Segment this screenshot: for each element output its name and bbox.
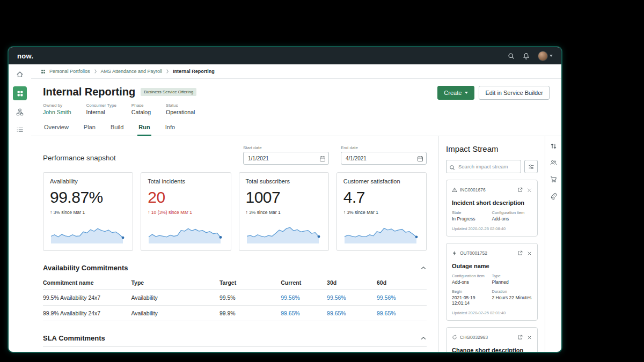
tab-plan[interactable]: Plan: [83, 121, 97, 136]
start-date-group: Start date: [243, 145, 329, 165]
field-configuration-item: Configuration item Add-ons: [492, 210, 532, 221]
collapse-chevron-up-icon[interactable]: [420, 335, 427, 342]
page-tabs: Overview Plan Build Run Info: [31, 121, 561, 136]
close-icon[interactable]: [527, 248, 532, 258]
end-date-label: End date: [341, 145, 427, 150]
nav-home-icon[interactable]: [13, 69, 27, 80]
card-updated: Updated 2020-02-25 02:01:40: [452, 311, 532, 315]
kpi-row: Availability 99.87% ↑ 3% since Mar 1 Tot…: [43, 172, 427, 251]
record-number[interactable]: OUT0001752: [460, 250, 487, 256]
tab-info[interactable]: Info: [164, 121, 176, 136]
contacts-icon[interactable]: [550, 159, 557, 166]
kpi-card-total-incidents: Total incidents 20 ↑ 10 (3%) since Mar 1: [141, 172, 231, 251]
calendar-icon[interactable]: [417, 154, 423, 164]
col-30d: 30d: [327, 276, 377, 290]
record-number[interactable]: CHG0032963: [460, 335, 488, 340]
kpi-delta: ↑ 3% since Mar 1: [343, 210, 420, 215]
breadcrumb-link-portfolios[interactable]: Personal Portfolios: [49, 69, 90, 74]
field-value: Planned: [492, 279, 532, 285]
calendar-icon[interactable]: [319, 154, 326, 164]
main-content: Performance snapshot Start date: [31, 136, 438, 352]
app-header: now.: [9, 47, 561, 64]
tab-build[interactable]: Build: [109, 121, 125, 136]
field-value: 2021-05-19 12:01:14: [452, 295, 492, 306]
card-title: Incident short description: [452, 200, 532, 206]
meta-value: Operational: [166, 109, 195, 115]
create-button[interactable]: Create: [437, 86, 474, 100]
end-date-input[interactable]: [341, 152, 427, 165]
collapse-chevron-up-icon[interactable]: [420, 265, 427, 271]
cell-current[interactable]: 99.56%: [281, 290, 327, 306]
cart-icon[interactable]: [550, 176, 557, 183]
field-begin: Begin 2021-05-19 12:01:14: [452, 289, 492, 306]
attachment-paperclip-icon[interactable]: [550, 193, 557, 200]
kpi-value: 4.7: [343, 188, 420, 206]
field-state: State In Progress: [452, 210, 492, 221]
breadcrumb-current: Internal Reporting: [173, 69, 215, 74]
breadcrumb-link-service[interactable]: AMS Attendance and Payroll: [101, 69, 163, 74]
cell-target: 99.5%: [219, 290, 281, 306]
nav-portfolio-grid-icon[interactable]: [13, 86, 27, 100]
kpi-card-customer-satisfaction: Customer satisfaction 4.7 ↑ 3% since Mar…: [336, 172, 427, 251]
tab-run[interactable]: Run: [137, 121, 151, 136]
card-updated: Updated 2020-02-25 02:08:40: [452, 226, 532, 231]
sla-commitments-section: SLA Commitments: [43, 334, 427, 346]
cell-60d[interactable]: 99.56%: [377, 290, 427, 306]
nav-hierarchy-icon[interactable]: [13, 106, 27, 118]
right-icon-rail: [545, 136, 561, 352]
cell-30d[interactable]: 99.65%: [327, 306, 377, 321]
filter-button[interactable]: [524, 160, 538, 173]
field-value: 2 Hours 22 Minutes: [492, 295, 532, 300]
impact-stream-title: Impact Stream: [446, 144, 538, 153]
availability-commitments-section: Availability Commitments Commitment name: [43, 264, 427, 321]
table-header-row: Commitment name Type Target Current 30d …: [43, 276, 427, 290]
meta-phase: Phase Catalog: [131, 103, 151, 115]
tab-overview[interactable]: Overview: [43, 121, 70, 136]
col-60d: 60d: [377, 276, 427, 290]
breadcrumb: Personal Portfolios AMS Attendance and P…: [31, 64, 561, 79]
field-value: Add-ons: [452, 279, 492, 285]
field-label: Configuration item: [452, 274, 492, 278]
cell-30d[interactable]: 99.56%: [327, 290, 377, 306]
edit-in-service-builder-button[interactable]: Edit in Service Builder: [479, 86, 550, 100]
cell-60d[interactable]: 99.65%: [377, 306, 427, 321]
meta-owned-by: Owned by John Smith: [43, 103, 71, 115]
kpi-delta: ↑ 3% since Mar 1: [246, 210, 322, 215]
owner-link[interactable]: John Smith: [43, 109, 71, 115]
nav-list-icon[interactable]: [13, 124, 27, 136]
performance-snapshot-title: Performance snapshot: [43, 154, 116, 165]
portfolio-icon: [41, 69, 46, 74]
close-icon[interactable]: [527, 333, 532, 342]
activity-swap-icon[interactable]: [550, 143, 557, 150]
create-button-label: Create: [444, 90, 462, 96]
start-date-input[interactable]: [243, 152, 329, 165]
meta-label: Consumer Type: [86, 103, 116, 108]
kpi-title: Total subscribers: [246, 178, 322, 184]
impact-card-change: CHG0032963 Change short description Stat…: [446, 327, 538, 352]
meta-row: Owned by John Smith Consumer Type Intern…: [43, 103, 550, 115]
card-title: Change short description: [452, 347, 532, 352]
cell-commitment-name: 99.5% Availability 24x7: [43, 290, 131, 306]
avatar[interactable]: [538, 51, 548, 61]
cell-commitment-name: 99.9% Availability 24x7: [43, 306, 131, 321]
close-icon[interactable]: [527, 185, 532, 195]
open-record-icon[interactable]: [517, 185, 523, 195]
open-record-icon[interactable]: [517, 248, 523, 258]
search-icon[interactable]: [508, 53, 515, 60]
cell-current[interactable]: 99.65%: [281, 306, 327, 321]
kpi-card-total-subscribers: Total subscribers 1007 ↑ 3% since Mar 1: [239, 172, 329, 251]
cell-target: 99.9%: [219, 306, 281, 321]
cell-type: Availability: [131, 290, 219, 306]
card-title: Outage name: [452, 263, 532, 269]
user-menu[interactable]: [538, 51, 553, 61]
impact-search-input[interactable]: [446, 160, 521, 173]
kpi-title: Total incidents: [148, 178, 224, 184]
open-record-icon[interactable]: [517, 333, 523, 342]
table-row[interactable]: 99.5% Availability 24x7 Availability 99.…: [43, 290, 427, 306]
meta-label: Status: [166, 103, 195, 108]
outage-icon: [452, 250, 457, 256]
record-number[interactable]: INC0001676: [460, 187, 486, 193]
notifications-bell-icon[interactable]: [523, 53, 530, 60]
meta-value: Internal: [86, 109, 116, 115]
table-row[interactable]: 99.9% Availability 24x7 Availability 99.…: [43, 306, 427, 321]
